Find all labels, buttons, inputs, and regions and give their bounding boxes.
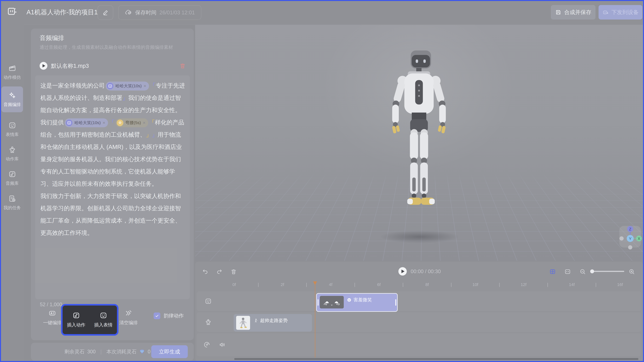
sidebar-item-label: 表情库 — [6, 132, 19, 138]
rename-button[interactable] — [98, 5, 113, 20]
face-box-icon — [100, 311, 107, 319]
sidebar-item-face[interactable]: 表情库 — [2, 116, 23, 142]
quote-mark: 」 — [122, 95, 128, 101]
play-icon — [42, 64, 45, 68]
slider-knob[interactable] — [590, 269, 594, 273]
music-icon — [8, 170, 16, 178]
expression-clip-label: 害羞微笑 — [354, 297, 372, 303]
robot-model[interactable] — [369, 46, 469, 235]
remove-tag-icon[interactable]: × — [102, 120, 105, 125]
top-bar: A1机器人动作-我的项目1 保存时间 26/01/03 12:01 合成并保存 … — [0, 0, 644, 25]
robot-download-icon — [602, 9, 609, 16]
remaining-stones-value: 300 — [87, 349, 96, 354]
sidebar-nav: 动作模仿音频编排表情库动作库音频库我的任务 — [0, 25, 24, 362]
editor-text: 这是一家全球领先的公司哈哈大笑(10s)×「专注于先进机器人系统的设计、制造和部… — [40, 80, 185, 239]
sidebar-item-tasks[interactable]: 我的任务 — [2, 190, 23, 215]
smiley-icon — [347, 297, 352, 302]
delete-clip-icon[interactable] — [230, 268, 237, 275]
insert-action-button[interactable]: 插入动作 — [67, 311, 86, 328]
ruler-tick — [596, 283, 596, 287]
zoom-in-icon[interactable] — [628, 268, 635, 275]
sidebar-item-clapper[interactable]: 动作模仿 — [2, 59, 23, 85]
pencil-icon — [102, 9, 109, 16]
play-audio-button[interactable] — [40, 62, 48, 70]
laugh-icon — [107, 83, 114, 89]
gem-icon — [139, 349, 145, 354]
clip-left-handle[interactable] — [318, 299, 318, 306]
undo-icon[interactable] — [202, 268, 208, 275]
sidebar-item-label: 动作库 — [6, 156, 19, 162]
app-window: A1机器人动作-我的项目1 保存时间 26/01/03 12:01 合成并保存 … — [0, 0, 644, 362]
sidebar-item-person[interactable]: 动作库 — [2, 141, 23, 167]
quote-mark: 」 — [146, 131, 152, 138]
audio-track[interactable] — [197, 333, 641, 356]
clear-arrangement-button[interactable]: 清空编排 — [115, 309, 142, 326]
tasks-icon — [8, 195, 16, 203]
rhythm-checkbox[interactable] — [154, 312, 160, 319]
audio-track-icon — [203, 341, 210, 348]
tag-label: 弯腰(5s) — [125, 120, 141, 126]
inline-tag-bow[interactable]: 弯腰(5s)× — [116, 118, 148, 127]
viewport-3d[interactable]: Z Y X — [195, 25, 643, 261]
rhythm-action-toggle[interactable]: 韵律动作 — [154, 312, 184, 319]
timeline-zoom-slider[interactable] — [591, 271, 624, 272]
laugh-icon — [66, 120, 72, 126]
deploy-to-device-button[interactable]: 下发到设备 — [598, 5, 642, 20]
fit-view-icon[interactable] — [564, 268, 571, 275]
sidebar-item-music[interactable]: 音频库 — [2, 165, 23, 191]
ruler-label: 12f — [521, 282, 526, 287]
remove-tag-icon[interactable]: × — [144, 83, 146, 89]
timeline-play-button[interactable] — [398, 267, 407, 275]
sidebar-item-label: 音频库 — [6, 180, 19, 186]
play-icon — [402, 269, 404, 273]
clip-right-handle[interactable] — [395, 299, 396, 306]
sparkle-icon — [8, 91, 16, 99]
synthesize-save-button[interactable]: 合成并保存 — [551, 5, 596, 20]
playhead-cap[interactable] — [313, 281, 317, 285]
snap-toggle-icon[interactable] — [549, 268, 556, 275]
project-title: A1机器人动作-我的项目1 — [26, 0, 98, 25]
audio-arrangement-panel: 音频编排 通过音频处理，生成音频素材以及融合动作和表情的音频编排素材 默认名称1… — [31, 29, 194, 340]
char-counter: 52 / 1,000 — [40, 302, 62, 307]
zoom-out-icon[interactable] — [579, 268, 586, 275]
remaining-stones-label: 剩余灵石 — [64, 348, 84, 355]
tag-label: 哈哈大笑(10s) — [116, 83, 142, 89]
save-time-label: 保存时间 — [135, 9, 156, 16]
music-box-icon — [72, 311, 80, 319]
panel-subtitle: 通过音频处理，生成音频素材以及融合动作和表情的音频编排素材 — [40, 44, 173, 51]
redo-icon[interactable] — [216, 268, 223, 275]
mute-icon[interactable] — [218, 341, 226, 348]
ruler-label: 0f — [232, 282, 236, 287]
divider: | — [98, 349, 104, 354]
generate-now-button[interactable]: 立即生成 — [151, 345, 188, 358]
audio-file-name: 默认名称1.mp3 — [51, 62, 176, 70]
timeline-panel: 00:00 / 00:30 0f2f4f6f8f10f12f14f16f — [195, 262, 643, 361]
ruler-label: 16f — [617, 282, 623, 287]
remove-tag-icon[interactable]: × — [143, 120, 146, 125]
rhythm-label: 韵律动作 — [164, 312, 184, 319]
app-logo-icon[interactable] — [6, 6, 18, 17]
timecode: 00:00 / 00:30 — [411, 269, 441, 274]
clear-icon — [124, 309, 132, 317]
highlighted-button-group: 插入动作 插入表情 — [61, 304, 118, 336]
cloud-check-icon — [124, 9, 132, 16]
face-icon — [8, 121, 16, 129]
timeline-scrollbar[interactable] — [234, 358, 638, 360]
sidebar-item-label: 我的任务 — [4, 205, 21, 211]
expression-clip[interactable]: 害羞微笑 — [316, 293, 398, 312]
script-editor[interactable]: 这是一家全球领先的公司哈哈大笑(10s)×「专注于先进机器人系统的设计、制造和部… — [35, 75, 190, 299]
delete-audio-icon[interactable] — [179, 63, 186, 69]
insert-expression-button[interactable]: 插入表情 — [94, 311, 113, 328]
inline-tag-laugh[interactable]: 哈哈大笑(10s)× — [65, 118, 108, 127]
timeline-toolbar: 00:00 / 00:30 — [195, 265, 643, 279]
sidebar-item-sparkle[interactable]: 音频编排 — [2, 87, 23, 112]
playhead[interactable] — [315, 282, 315, 357]
inline-tag-laugh[interactable]: 哈哈大笑(10s)× — [106, 82, 149, 91]
ruler-tick — [403, 283, 403, 287]
axis-gizmo[interactable]: Z Y X — [618, 223, 642, 251]
expression-thumbnail — [320, 296, 344, 308]
panel-title: 音频编排 — [40, 34, 64, 42]
action-clip[interactable]: 超帅走路姿势 — [234, 314, 312, 331]
expression-track[interactable] — [197, 291, 641, 311]
frame-ruler[interactable]: 0f2f4f6f8f10f12f14f16f — [234, 281, 642, 290]
